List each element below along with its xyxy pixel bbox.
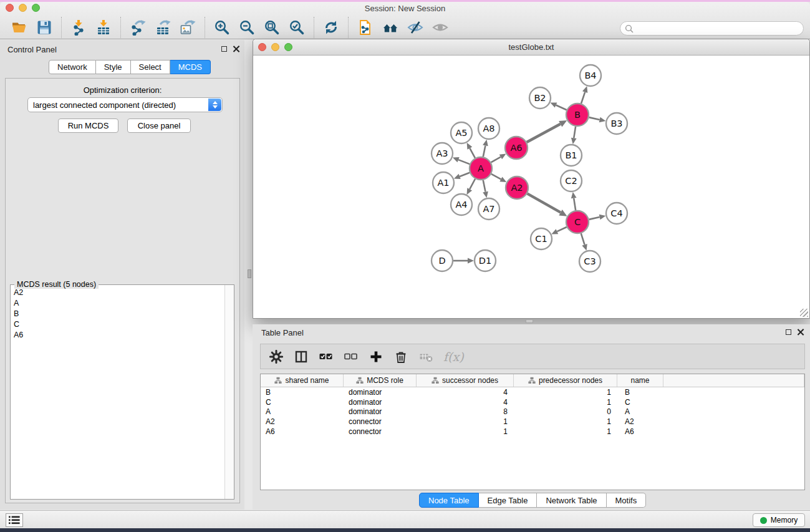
network-graph-canvas[interactable]: B4B2BB3A5A8A6B1A3AA1C2A2A4A7C4CC1C3DD1 bbox=[253, 56, 809, 318]
table-splitter-handle[interactable] bbox=[526, 319, 533, 323]
new-network-from-selection-icon[interactable] bbox=[357, 19, 374, 36]
first-neighbors-icon[interactable] bbox=[382, 19, 399, 36]
tab-motifs[interactable]: Motifs bbox=[607, 493, 647, 508]
table-row[interactable]: Bdominator41B bbox=[261, 387, 804, 397]
zoom-fit-icon[interactable] bbox=[263, 19, 281, 36]
edge-A-A4[interactable] bbox=[466, 179, 475, 195]
column-header-shared-name[interactable]: shared name bbox=[261, 374, 344, 387]
graph-node-A5[interactable]: A5 bbox=[451, 122, 472, 143]
edge-B-B4[interactable] bbox=[581, 86, 587, 104]
result-list-item[interactable]: A2 bbox=[11, 287, 224, 297]
panel-splitter-handle[interactable] bbox=[248, 269, 251, 278]
tab-node-table[interactable]: Node Table bbox=[419, 493, 479, 508]
edge-C-C3[interactable] bbox=[581, 233, 587, 251]
task-history-button[interactable] bbox=[6, 513, 23, 527]
hide-selected-icon[interactable] bbox=[407, 19, 424, 36]
edge-A-A7[interactable] bbox=[483, 180, 488, 198]
graph-node-A8[interactable]: A8 bbox=[478, 118, 499, 139]
tab-network-table[interactable]: Network Table bbox=[537, 493, 606, 508]
graph-node-B4[interactable]: B4 bbox=[580, 65, 601, 86]
network-window-titlebar[interactable]: testGlobe.txt bbox=[253, 39, 809, 56]
result-list-item[interactable]: A6 bbox=[11, 329, 224, 340]
search-field[interactable] bbox=[620, 21, 804, 36]
open-session-icon[interactable] bbox=[11, 19, 28, 36]
edge-A-A6[interactable] bbox=[491, 154, 506, 163]
import-network-icon[interactable] bbox=[70, 19, 87, 36]
export-image-icon[interactable] bbox=[179, 19, 196, 36]
unselect-all-icon[interactable] bbox=[344, 349, 359, 364]
column-layout-icon[interactable] bbox=[294, 349, 309, 364]
result-list-item[interactable]: B bbox=[11, 308, 224, 319]
graph-node-D[interactable]: D bbox=[432, 250, 453, 271]
edge-A-A1[interactable] bbox=[454, 173, 470, 179]
edge-C-C2[interactable] bbox=[571, 192, 577, 210]
export-table-icon[interactable] bbox=[154, 19, 171, 36]
tab-edge-table[interactable]: Edge Table bbox=[479, 493, 538, 508]
graph-node-B[interactable]: B bbox=[566, 104, 589, 126]
graph-node-D1[interactable]: D1 bbox=[475, 250, 496, 271]
float-table-panel-icon[interactable] bbox=[786, 329, 791, 335]
table-row[interactable]: A2connector11A2 bbox=[261, 417, 804, 427]
column-header-successor-nodes[interactable]: successor nodes bbox=[417, 374, 514, 387]
result-list-item[interactable]: A bbox=[11, 297, 224, 308]
close-panel-icon[interactable] bbox=[233, 46, 239, 52]
edge-C-C1[interactable] bbox=[551, 227, 566, 234]
graph-node-A3[interactable]: A3 bbox=[432, 143, 453, 164]
graph-node-A4[interactable]: A4 bbox=[451, 194, 472, 215]
column-header-name[interactable]: name bbox=[617, 374, 663, 387]
zoom-in-icon[interactable] bbox=[213, 19, 231, 36]
column-header-predecessor-nodes[interactable]: predecessor nodes bbox=[514, 374, 617, 387]
graph-node-A1[interactable]: A1 bbox=[433, 172, 454, 193]
graph-node-C4[interactable]: C4 bbox=[606, 203, 627, 224]
tab-network[interactable]: Network bbox=[49, 60, 96, 74]
table-row[interactable]: Adominator80A bbox=[261, 407, 804, 417]
show-all-icon[interactable] bbox=[432, 19, 449, 36]
criterion-dropdown[interactable]: largest connected component (directed) bbox=[27, 97, 223, 112]
graph-node-A6[interactable]: A6 bbox=[505, 137, 528, 159]
graph-node-B2[interactable]: B2 bbox=[529, 87, 551, 109]
float-panel-icon[interactable] bbox=[221, 46, 227, 52]
graph-node-C[interactable]: C bbox=[566, 211, 589, 233]
graph-node-A7[interactable]: A7 bbox=[478, 198, 499, 220]
graph-node-A2[interactable]: A2 bbox=[506, 177, 528, 199]
close-panel-button[interactable]: Close panel bbox=[127, 118, 191, 133]
zoom-out-icon[interactable] bbox=[238, 19, 256, 36]
export-network-icon[interactable] bbox=[129, 19, 147, 36]
close-table-panel-icon[interactable] bbox=[797, 329, 804, 336]
delete-columns-icon[interactable] bbox=[393, 349, 408, 364]
result-list-item[interactable]: C bbox=[11, 319, 224, 329]
select-all-icon[interactable] bbox=[319, 349, 334, 364]
graph-node-A[interactable]: A bbox=[470, 157, 492, 180]
import-table-icon[interactable] bbox=[95, 19, 112, 36]
tab-style[interactable]: Style bbox=[96, 60, 131, 74]
zoom-selected-icon[interactable] bbox=[288, 19, 306, 36]
refresh-view-icon[interactable] bbox=[322, 19, 340, 36]
tab-select[interactable]: Select bbox=[131, 60, 170, 74]
graph-node-C3[interactable]: C3 bbox=[579, 251, 600, 272]
graph-node-B3[interactable]: B3 bbox=[606, 113, 627, 134]
graph-node-B1[interactable]: B1 bbox=[561, 145, 582, 166]
result-scrollbar[interactable] bbox=[224, 285, 234, 499]
column-header-MCDS-role[interactable]: MCDS role bbox=[344, 374, 417, 387]
edge-A-A8[interactable] bbox=[483, 140, 488, 157]
memory-button[interactable]: Memory bbox=[753, 513, 805, 527]
table-options-icon[interactable] bbox=[269, 349, 284, 364]
edge-B-B1[interactable] bbox=[571, 127, 577, 144]
create-column-icon[interactable] bbox=[369, 349, 383, 364]
run-mcds-button[interactable]: Run MCDS bbox=[58, 118, 118, 133]
edge-B-B3[interactable] bbox=[589, 117, 606, 123]
edge-B-B2[interactable] bbox=[550, 102, 566, 110]
search-input[interactable] bbox=[637, 24, 803, 33]
graph-node-C2[interactable]: C2 bbox=[561, 170, 582, 191]
table-row[interactable]: A6connector11A6 bbox=[261, 427, 804, 437]
window-resize-grip[interactable] bbox=[800, 309, 808, 317]
graph-node-C1[interactable]: C1 bbox=[531, 228, 552, 249]
edge-A-A2[interactable] bbox=[491, 174, 506, 182]
table-row[interactable]: Cdominator41C bbox=[261, 397, 804, 407]
save-session-icon[interactable] bbox=[36, 19, 53, 36]
edge-A2-C[interactable] bbox=[528, 193, 567, 216]
edge-A6-B[interactable] bbox=[527, 120, 567, 142]
tab-mcds[interactable]: MCDS bbox=[170, 60, 211, 74]
edge-A-A5[interactable] bbox=[467, 143, 475, 158]
edge-D-D1[interactable] bbox=[453, 258, 474, 264]
